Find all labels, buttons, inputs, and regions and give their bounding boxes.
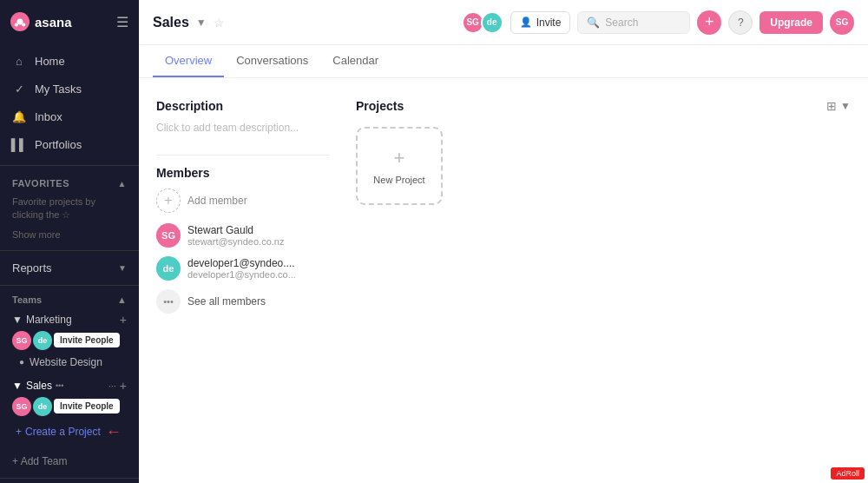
- sidebar-header: asana ☰: [0, 0, 139, 43]
- adroll-badge: AdRoll: [831, 467, 865, 480]
- reports-section[interactable]: Reports ▼: [0, 255, 139, 281]
- sidebar: asana ☰ ⌂ Home ✓ My Tasks 🔔 Inbox ▌▌ Por…: [0, 0, 139, 483]
- member-row-0: SG Stewart Gauld stewart@syndeo.co.nz: [156, 223, 330, 248]
- projects-title: Projects: [356, 99, 404, 113]
- sidebar-item-home[interactable]: ⌂ Home: [0, 47, 139, 75]
- marketing-add-button[interactable]: +: [120, 314, 127, 326]
- red-arrow-icon: ←: [106, 423, 122, 441]
- member-row-1: de developer1@syndeo.... developer1@synd…: [156, 256, 330, 281]
- sales-dots-icon: •••: [56, 381, 63, 390]
- check-icon: ✓: [12, 82, 26, 96]
- marketing-invite-button[interactable]: Invite People: [54, 333, 120, 347]
- new-project-label: New Project: [373, 175, 424, 185]
- description-placeholder[interactable]: Click to add team description...: [156, 122, 330, 134]
- members-section: Members + Add member SG Stewart Gauld st…: [156, 155, 330, 314]
- sales-team-group: ▼ Sales ••• ··· + SG de Invite People + …: [12, 376, 127, 445]
- sales-team-name[interactable]: ▼ Sales •••: [12, 380, 63, 392]
- content-area: Description Click to add team descriptio…: [139, 78, 868, 483]
- page-title: Sales: [153, 15, 189, 30]
- tabs: Overview Conversations Calendar: [139, 45, 868, 78]
- svg-point-1: [15, 23, 18, 26]
- topbar-avatar-stack: SG de: [462, 11, 503, 34]
- sales-avatar-de: de: [33, 397, 52, 416]
- help-button[interactable]: ?: [728, 10, 753, 35]
- projects-section: Projects ⊞ ▼ + New Project: [356, 99, 851, 462]
- marketing-avatar-sg: SG: [12, 331, 31, 350]
- projects-view-toggle[interactable]: ⊞ ▼: [826, 99, 851, 113]
- marketing-team-avatars: SG de Invite People: [12, 329, 127, 354]
- create-project-plus-icon: +: [16, 426, 22, 438]
- star-icon[interactable]: ☆: [214, 16, 225, 30]
- grid-icon: ⊞: [826, 99, 837, 113]
- teams-header[interactable]: Teams ▲: [12, 294, 127, 305]
- teams-section: Teams ▲ ▼ Marketing + SG de Invite Peopl…: [0, 289, 139, 448]
- marketing-team-name[interactable]: ▼ Marketing: [12, 314, 72, 326]
- sales-add-button[interactable]: +: [120, 380, 127, 392]
- member-avatar-de: de: [156, 256, 181, 281]
- home-icon: ⌂: [12, 54, 26, 68]
- see-all-members-row[interactable]: ••• See all members: [156, 289, 330, 314]
- hamburger-icon[interactable]: ☰: [116, 14, 128, 30]
- member-info-sg: Stewart Gauld stewart@syndeo.co.nz: [187, 224, 284, 247]
- invite-icon: 👤: [520, 17, 532, 28]
- create-project-link[interactable]: + Create a Project ←: [12, 420, 127, 445]
- sales-team-header: ▼ Sales ••• ··· +: [12, 376, 127, 395]
- add-member-row[interactable]: + Add member: [156, 189, 330, 213]
- marketing-avatar-de: de: [33, 331, 52, 350]
- title-chevron-icon[interactable]: ▼: [196, 17, 207, 29]
- portfolios-icon: ▌▌: [12, 137, 26, 151]
- reports-chevron-icon: ▼: [118, 263, 127, 273]
- sales-more-icon[interactable]: ···: [108, 380, 116, 391]
- tab-calendar[interactable]: Calendar: [320, 45, 391, 77]
- members-title: Members: [156, 166, 330, 180]
- sales-team-avatars: SG de Invite People: [12, 395, 127, 420]
- add-team-button[interactable]: + Add Team: [0, 448, 139, 474]
- sales-avatar-sg: SG: [12, 397, 31, 416]
- add-button[interactable]: +: [697, 10, 721, 35]
- favorites-header[interactable]: Favorites ▲: [12, 178, 127, 189]
- see-all-circle-icon: •••: [156, 289, 181, 314]
- asana-logo[interactable]: asana: [10, 12, 72, 31]
- topbar-avatar-de: de: [481, 11, 503, 34]
- description-title: Description: [156, 99, 330, 113]
- add-member-circle-icon: +: [156, 189, 181, 213]
- favorites-chevron-icon: ▲: [118, 179, 127, 189]
- projects-header: Projects ⊞ ▼: [356, 99, 851, 113]
- new-project-plus-icon: +: [394, 147, 405, 169]
- asana-logo-icon: [10, 12, 30, 31]
- favorites-hint: Favorite projects by clicking the ☆: [0, 192, 139, 226]
- marketing-team-actions: +: [120, 314, 127, 326]
- tab-conversations[interactable]: Conversations: [224, 45, 320, 77]
- member-info-de: developer1@syndeo.... developer1@syndeo.…: [187, 257, 296, 280]
- show-more[interactable]: Show more: [0, 226, 139, 247]
- description-section: Description Click to add team descriptio…: [156, 99, 330, 134]
- view-chevron-icon: ▼: [840, 100, 851, 112]
- sales-team-actions: ··· +: [108, 380, 127, 392]
- sidebar-item-inbox[interactable]: 🔔 Inbox: [0, 103, 139, 130]
- user-avatar[interactable]: SG: [830, 10, 854, 35]
- tab-overview[interactable]: Overview: [153, 45, 224, 77]
- sidebar-nav: ⌂ Home ✓ My Tasks 🔔 Inbox ▌▌ Portfolios: [0, 43, 139, 162]
- project-bullet-icon: ●: [19, 357, 24, 367]
- marketing-project-website-design[interactable]: ● Website Design: [12, 354, 127, 371]
- new-project-card[interactable]: + New Project: [356, 127, 443, 205]
- marketing-team-header: ▼ Marketing +: [12, 310, 127, 329]
- invite-button[interactable]: 👤 Invite: [510, 11, 571, 34]
- sales-arrow-icon: ▼: [12, 380, 23, 392]
- favorites-section: Favorites ▲: [0, 169, 139, 192]
- upgrade-button[interactable]: Upgrade: [760, 11, 823, 34]
- bell-icon: 🔔: [12, 109, 26, 123]
- marketing-arrow-icon: ▼: [12, 314, 23, 326]
- asana-logo-text: asana: [35, 15, 72, 30]
- left-panel: Description Click to add team descriptio…: [156, 99, 330, 462]
- topbar: Sales ▼ ☆ SG de 👤 Invite 🔍 Search + ? Up…: [139, 0, 868, 45]
- sidebar-item-my-tasks[interactable]: ✓ My Tasks: [0, 75, 139, 103]
- search-box[interactable]: 🔍 Search: [577, 11, 690, 34]
- topbar-left: Sales ▼ ☆: [153, 15, 225, 30]
- topbar-right: SG de 👤 Invite 🔍 Search + ? Upgrade SG: [462, 10, 854, 35]
- member-avatar-sg: SG: [156, 223, 181, 248]
- main-content: Sales ▼ ☆ SG de 👤 Invite 🔍 Search + ? Up…: [139, 0, 868, 483]
- marketing-team-group: ▼ Marketing + SG de Invite People ● Webs…: [12, 310, 127, 371]
- sales-invite-button[interactable]: Invite People: [54, 399, 120, 414]
- sidebar-item-portfolios[interactable]: ▌▌ Portfolios: [0, 130, 139, 158]
